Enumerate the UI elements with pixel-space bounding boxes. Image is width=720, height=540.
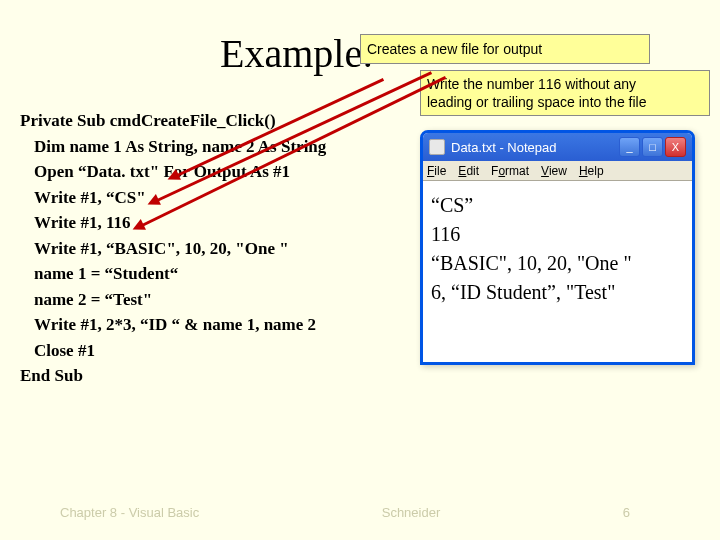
notepad-body: “CS” 116 “BASIC", 10, 20, "One " 6, “ID … (423, 181, 692, 317)
code-line: Write #1, 116 (20, 210, 410, 236)
callout-write-number: Write the number 116 without any leading… (420, 70, 710, 116)
output-line: “CS” (431, 191, 684, 220)
slide-title: Example: (220, 30, 373, 77)
code-line: End Sub (20, 363, 410, 389)
code-line: name 2 = “Test" (20, 287, 410, 313)
code-line: name 1 = “Student“ (20, 261, 410, 287)
notepad-menubar: File Edit Format View Help (423, 161, 692, 181)
notepad-window: Data.txt - Notepad _ □ X File Edit Forma… (420, 130, 695, 365)
notepad-icon (429, 139, 445, 155)
menu-format[interactable]: Format (491, 164, 529, 178)
close-button[interactable]: X (665, 137, 686, 157)
slide-footer: Chapter 8 - Visual Basic Schneider 6 (0, 505, 720, 520)
code-line: Write #1, “BASIC", 10, 20, "One " (20, 236, 410, 262)
menu-edit[interactable]: Edit (458, 164, 479, 178)
notepad-titlebar: Data.txt - Notepad _ □ X (423, 133, 692, 161)
callout-line2: leading or trailing space into the file (427, 93, 703, 111)
footer-center: Schneider (382, 505, 441, 520)
minimize-button[interactable]: _ (619, 137, 640, 157)
callout-line1: Write the number 116 without any (427, 75, 703, 93)
output-line: 6, “ID Student”, "Test" (431, 278, 684, 307)
output-line: 116 (431, 220, 684, 249)
menu-view[interactable]: View (541, 164, 567, 178)
maximize-button[interactable]: □ (642, 137, 663, 157)
code-block: Private Sub cmdCreateFile_Click() Dim na… (20, 108, 410, 389)
notepad-title-text: Data.txt - Notepad (451, 140, 557, 155)
callout-creates-file: Creates a new file for output (360, 34, 650, 64)
output-line: “BASIC", 10, 20, "One " (431, 249, 684, 278)
menu-file[interactable]: File (427, 164, 446, 178)
footer-left: Chapter 8 - Visual Basic (60, 505, 199, 520)
code-line: Write #1, 2*3, “ID “ & name 1, name 2 (20, 312, 410, 338)
code-line: Close #1 (20, 338, 410, 364)
menu-help[interactable]: Help (579, 164, 604, 178)
footer-page: 6 (623, 505, 630, 520)
